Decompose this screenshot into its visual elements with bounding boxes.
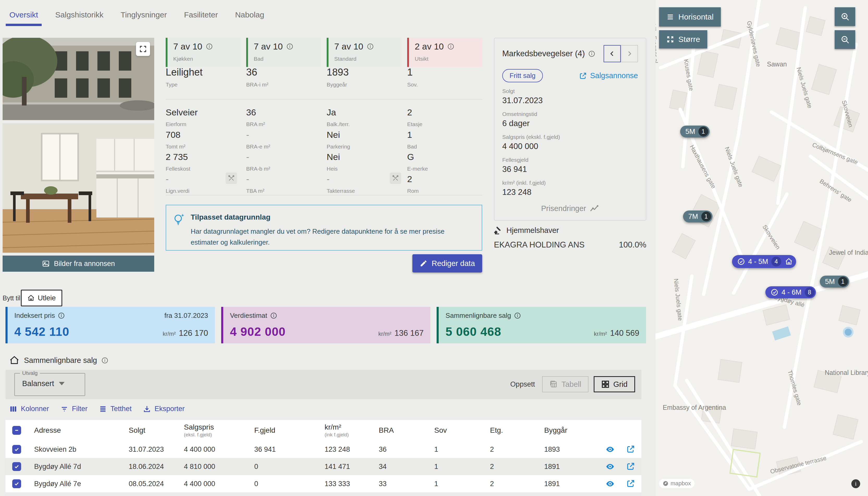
zoom-out-button[interactable] bbox=[835, 30, 855, 49]
rediger-data-label: Rediger data bbox=[432, 259, 475, 268]
chevron-right-icon bbox=[626, 50, 633, 57]
utvalg-select[interactable]: Utvalg Balansert bbox=[14, 373, 85, 396]
external-link-icon[interactable] bbox=[626, 445, 635, 453]
gavel-icon bbox=[494, 227, 502, 235]
salgsannonse-link[interactable]: Salgsannonse bbox=[579, 72, 638, 80]
select-all-checkbox[interactable] bbox=[12, 426, 21, 435]
notice-body: Har datagrunnlaget mangler du vet om? Re… bbox=[191, 226, 472, 248]
property-photo-kitchen[interactable] bbox=[3, 123, 154, 253]
mapbox-logo: mapbox bbox=[659, 479, 695, 488]
external-link-icon[interactable] bbox=[626, 462, 635, 471]
map-marker-4-6m[interactable]: 4 - 6M 8 bbox=[765, 286, 816, 298]
map-marker-5m[interactable]: 5M 1 bbox=[680, 126, 710, 138]
tetthet-button[interactable]: Tetthet bbox=[99, 405, 131, 413]
prisendringer-link[interactable]: Prisendringer bbox=[502, 204, 638, 213]
density-icon bbox=[99, 405, 107, 413]
photo-fullscreen-button[interactable] bbox=[136, 42, 150, 56]
map-attribution-info-button[interactable]: i bbox=[851, 479, 860, 488]
utleie-button[interactable]: Utleie bbox=[21, 290, 62, 306]
facade-illustration bbox=[3, 38, 154, 120]
estimate-unit: kr/m² bbox=[594, 330, 607, 337]
horisontal-button[interactable]: Horisontal bbox=[659, 7, 721, 27]
rediger-data-button[interactable]: Rediger data bbox=[413, 254, 482, 273]
photos-from-listing-button[interactable]: Bilder fra annonsen bbox=[3, 255, 154, 272]
fritt-salg-badge[interactable]: Fritt salg bbox=[502, 69, 543, 82]
comparables-table: Adresse Solgt Salgspris(eksl. f.gjeld) F… bbox=[5, 420, 641, 496]
property-photo-facade[interactable] bbox=[3, 38, 154, 120]
owner-name: EKAGRA HOLDING ANS bbox=[494, 240, 585, 250]
tab-tinglysninger[interactable]: Tinglysninger bbox=[121, 11, 167, 19]
verdiestimat-box: Verdiestimat 4 902 000 kr/m²136 167 bbox=[221, 307, 431, 343]
table-row[interactable]: Skovveien 2b 31.07.2023 4 400 000 36 941… bbox=[5, 441, 641, 458]
attr-sov: 1Sov. bbox=[407, 67, 418, 88]
view-grid-button[interactable]: Grid bbox=[594, 376, 635, 392]
map-marker-4-5m[interactable]: 4 - 5M 4 bbox=[732, 255, 796, 268]
storre-label: Større bbox=[678, 35, 700, 44]
info-icon[interactable] bbox=[367, 43, 374, 50]
edit-datapoint-button[interactable] bbox=[226, 172, 237, 184]
cell-solgt: 31.07.2023 bbox=[129, 446, 184, 453]
estimate-note: fra 31.07.2023 bbox=[165, 312, 208, 320]
info-icon[interactable] bbox=[514, 312, 521, 319]
tab-salgshistorikk[interactable]: Salgshistorikk bbox=[55, 11, 104, 19]
house-icon bbox=[27, 294, 35, 302]
cell-fgjeld: 0 bbox=[254, 480, 325, 488]
kolonner-button[interactable]: Kolonner bbox=[10, 405, 49, 413]
tab-fasiliteter[interactable]: Fasiliteter bbox=[184, 11, 218, 19]
attr-emerke: GE-merke bbox=[407, 152, 428, 172]
info-icon[interactable] bbox=[58, 312, 65, 319]
eye-icon[interactable] bbox=[605, 445, 615, 454]
table-row[interactable]: Bygdøy Allé 7e 08.05.2024 4 400 000 0 13… bbox=[5, 475, 641, 492]
attr-takterrasse: -Takterrasse bbox=[327, 174, 355, 194]
rating-score: 2 av 10 bbox=[415, 42, 444, 51]
filter-button[interactable]: Filter bbox=[60, 405, 88, 413]
pager-prev-button[interactable] bbox=[604, 45, 621, 62]
eksporter-button[interactable]: Eksporter bbox=[143, 405, 185, 413]
hjemmelshaver-label: Hjemmelshaver bbox=[507, 226, 559, 235]
attr-tomt: 708Tomt m² bbox=[166, 130, 185, 150]
estimate-value: 4 542 110 bbox=[14, 325, 69, 339]
filter-icon bbox=[60, 405, 68, 413]
storre-button[interactable]: Større bbox=[659, 30, 707, 48]
marker-price: 5M bbox=[685, 128, 695, 136]
market-field-solgt: Solgt31.07.2023 bbox=[502, 88, 638, 105]
map-marker-7m[interactable]: 7M 1 bbox=[683, 211, 712, 222]
map-marker-5m-2[interactable]: 5M 1 bbox=[820, 276, 849, 288]
table-row[interactable]: Bygdøy Allé 7d 18.06.2024 4 810 000 0 14… bbox=[5, 458, 641, 475]
tab-nabolag[interactable]: Nabolag bbox=[235, 11, 264, 19]
eye-icon[interactable] bbox=[605, 462, 615, 471]
marker-count: 8 bbox=[805, 287, 815, 297]
external-link-icon[interactable] bbox=[626, 479, 635, 488]
estimate-value: 4 902 000 bbox=[230, 325, 286, 339]
table-icon bbox=[549, 380, 558, 388]
attr-parkering: NeiParkering bbox=[327, 130, 350, 150]
indeterminate-icon bbox=[14, 428, 19, 433]
eye-icon[interactable] bbox=[605, 479, 615, 489]
info-icon[interactable] bbox=[588, 50, 595, 57]
col-bra: BRA bbox=[379, 426, 434, 435]
oppsett-label: Oppsett bbox=[510, 380, 535, 388]
info-icon[interactable] bbox=[102, 357, 108, 364]
info-icon[interactable] bbox=[206, 43, 213, 50]
tab-oversikt[interactable]: Oversikt bbox=[10, 11, 38, 19]
view-tabell-button[interactable]: Tabell bbox=[542, 376, 588, 392]
market-pager bbox=[604, 45, 638, 62]
cell-krm2: 133 333 bbox=[325, 480, 379, 488]
rating-score: 7 av 10 bbox=[334, 42, 363, 51]
row-checkbox[interactable] bbox=[12, 462, 21, 471]
zoom-in-button[interactable] bbox=[835, 7, 855, 26]
pager-next-button[interactable] bbox=[621, 45, 638, 62]
market-title: Markedsbevegelser (4) bbox=[502, 49, 585, 58]
info-icon[interactable] bbox=[270, 312, 277, 319]
map-panel[interactable]: Lille Frogner al Gyldenløves gate Sawan … bbox=[655, 0, 868, 496]
table-row[interactable]: Bygdøy Allé 7b 12.06.2024 4 050 000 0 14… bbox=[5, 492, 641, 496]
row-checkbox[interactable] bbox=[12, 445, 21, 454]
info-icon[interactable] bbox=[286, 43, 293, 50]
row-checkbox[interactable] bbox=[12, 479, 21, 488]
image-icon bbox=[42, 260, 50, 267]
marker-count: 1 bbox=[701, 212, 711, 221]
edit-datapoint-button[interactable] bbox=[390, 172, 401, 184]
rating-score: 7 av 10 bbox=[254, 42, 283, 51]
info-icon[interactable] bbox=[448, 43, 454, 50]
house-icon bbox=[10, 355, 19, 365]
